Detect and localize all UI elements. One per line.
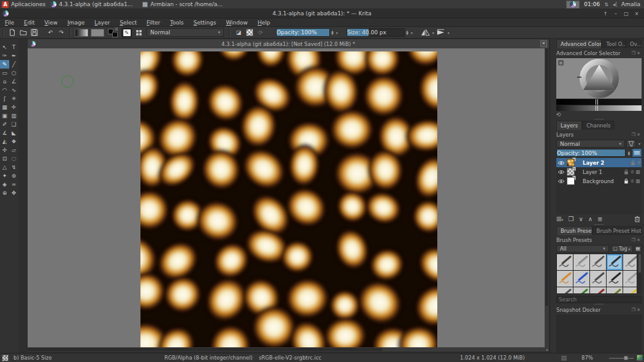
layer-styles-icon[interactable]: ▩ xyxy=(635,178,640,184)
volume-icon[interactable]: ◂( xyxy=(613,2,617,7)
scroll-right-arrow-icon[interactable]: ▸ xyxy=(546,348,548,351)
fg-bg-colors-button[interactable]: ⤨ xyxy=(108,28,118,37)
lock-icon[interactable] xyxy=(631,160,635,165)
tool-color-sampler[interactable]: ✐ xyxy=(0,120,9,129)
tool-pan[interactable]: ✥ xyxy=(9,189,18,197)
tool-polyline[interactable]: ∠ xyxy=(9,77,18,86)
tool-move[interactable]: ✛ xyxy=(9,103,18,111)
lock-icon[interactable] xyxy=(624,169,629,175)
layer-opacity-slider[interactable]: Opacity: 100% xyxy=(556,149,626,157)
tool-measure[interactable]: ∡ xyxy=(0,129,9,137)
layer-thumbnail[interactable] xyxy=(567,177,575,185)
display-mode-button[interactable] xyxy=(635,245,642,252)
tool-fill[interactable]: ◣ xyxy=(9,129,18,137)
shade-button[interactable]: ↑ xyxy=(602,10,609,17)
menu-item-filter[interactable]: Filter xyxy=(142,18,165,27)
gradient-chooser-button[interactable] xyxy=(75,29,88,37)
clock[interactable]: 01:06 xyxy=(584,1,600,7)
pattern-chooser-button[interactable] xyxy=(91,29,104,37)
tool-text[interactable]: T xyxy=(9,43,18,51)
opacity-slider[interactable]: Opacity: 100% xyxy=(276,28,330,37)
tool-polygon-select[interactable]: △ xyxy=(0,163,9,172)
preset-filter-combo[interactable]: All ▾ xyxy=(556,245,609,252)
menu-item-window[interactable]: Window xyxy=(221,18,253,27)
brush-preset-thumbnail[interactable] xyxy=(607,271,623,287)
float-docker-icon[interactable]: ❐ xyxy=(632,238,637,243)
tag-button[interactable]: ☐ Tag ▾ xyxy=(611,245,633,252)
tool-crop[interactable]: ▣ xyxy=(0,111,9,120)
layer-blending-mode-combo[interactable]: Normal ▾ xyxy=(556,140,625,148)
tool-polygon[interactable]: ⌂ xyxy=(0,77,9,86)
menu-item-settings[interactable]: Settings xyxy=(188,18,221,27)
color-selector-wheel[interactable]: ⚙ xyxy=(556,58,642,99)
selector-settings-icon[interactable]: ⚙ xyxy=(558,60,564,66)
tool-magnetic-select[interactable]: ≈ xyxy=(9,180,18,189)
brush-preset-thumbnail[interactable] xyxy=(607,287,623,294)
menu-item-file[interactable]: File xyxy=(0,18,19,27)
close-docker-icon[interactable]: ✕ xyxy=(637,132,642,137)
layer-opacity-spinner[interactable]: ▲▼ xyxy=(628,151,631,156)
chevron-down-icon[interactable]: ▾ xyxy=(638,141,640,146)
user-name[interactable]: Amalia xyxy=(621,1,640,7)
alpha-lock-icon[interactable]: α xyxy=(631,169,634,175)
tool-pattern-edit[interactable]: ❏ xyxy=(9,120,18,129)
layer-view-options-button[interactable] xyxy=(632,149,642,157)
brush-preset-thumbnail[interactable] xyxy=(557,271,573,287)
horizontal-scrollbar[interactable]: ▸ xyxy=(28,347,549,352)
move-layer-down-button[interactable]: ∨ xyxy=(578,216,583,222)
document-titlebar[interactable]: 4.3.1-alpha (git aba6da1): [Not Saved] (… xyxy=(28,39,549,48)
lock-icon[interactable] xyxy=(624,178,629,184)
canvas-viewport[interactable] xyxy=(28,48,549,347)
tool-zoom[interactable]: ⊕ xyxy=(0,189,9,197)
brush-preset-thumbnail[interactable] xyxy=(573,254,589,270)
tool-similar-select[interactable]: ✦ xyxy=(0,172,9,180)
visibility-eye-icon[interactable] xyxy=(558,179,565,184)
open-document-button[interactable] xyxy=(18,28,29,37)
add-layer-button[interactable]: ⊞▾ xyxy=(556,216,563,222)
tool-rectangle[interactable]: ▭ xyxy=(0,69,9,77)
canvas-image[interactable] xyxy=(140,51,437,347)
reload-preset-button[interactable]: ⟳ xyxy=(255,28,266,37)
tab-overview[interactable]: Ov... xyxy=(626,39,642,48)
delete-layer-button[interactable] xyxy=(634,216,640,222)
chevron-down-icon[interactable]: ▾ xyxy=(448,31,450,35)
save-button[interactable] xyxy=(29,28,40,37)
menu-item-help[interactable]: Help xyxy=(253,18,275,27)
vertical-mirror-button[interactable] xyxy=(435,28,447,37)
tool-bezier-select[interactable]: ◈ xyxy=(0,180,9,189)
menu-item-select[interactable]: Select xyxy=(115,18,142,27)
tool-transform[interactable]: ▦ xyxy=(0,103,9,111)
vertical-scrollbar[interactable] xyxy=(545,48,549,347)
tool-reference-images[interactable]: ▱ xyxy=(9,146,18,154)
float-docker-icon[interactable]: ❐ xyxy=(632,307,637,312)
new-document-button[interactable] xyxy=(7,28,18,37)
chevron-down-icon[interactable]: ▾ xyxy=(432,31,434,35)
close-button[interactable]: × xyxy=(633,10,640,17)
menu-item-view[interactable]: View xyxy=(40,18,63,27)
brush-preset-thumbnail[interactable] xyxy=(557,254,573,270)
tool-select-shapes[interactable]: ↖ xyxy=(0,43,9,51)
docker-splitter[interactable]: ⸺ xyxy=(556,303,642,305)
maximize-button[interactable]: □ xyxy=(623,10,630,17)
tool-ellipse[interactable]: ○ xyxy=(9,69,18,77)
tool-dynamic-brush[interactable]: ʃ xyxy=(0,94,9,103)
layer-row-background[interactable]: Background α ▩ xyxy=(556,176,642,186)
undo-button[interactable]: ↶ xyxy=(45,28,56,37)
toolbar-grip[interactable] xyxy=(2,29,4,37)
layer-thumbnail[interactable] xyxy=(567,168,575,176)
duplicate-layer-button[interactable]: ❐ xyxy=(568,216,573,222)
tool-freehand-brush[interactable]: ✎ xyxy=(0,60,9,69)
brush-grid-scrollbar[interactable] xyxy=(638,254,642,294)
color-history-icon[interactable]: ⟲ xyxy=(556,111,561,118)
tool-ellipse-select[interactable]: ◌ xyxy=(9,154,18,163)
brush-preset-thumbnail[interactable] xyxy=(590,287,606,294)
tab-layers[interactable]: Layers xyxy=(556,121,582,130)
blending-mode-combo[interactable]: Normal ▾ xyxy=(147,28,224,37)
brush-preset-thumbnail[interactable] xyxy=(623,254,637,270)
alpha-lock-icon[interactable]: α xyxy=(631,178,634,184)
tool-freehand-select[interactable]: ↯ xyxy=(9,163,18,172)
value-strip[interactable] xyxy=(556,105,642,111)
tool-rect-select[interactable]: ⊡ xyxy=(0,154,9,163)
toolbar-grip[interactable] xyxy=(69,29,71,37)
alpha-lock-icon[interactable]: α xyxy=(637,160,640,165)
